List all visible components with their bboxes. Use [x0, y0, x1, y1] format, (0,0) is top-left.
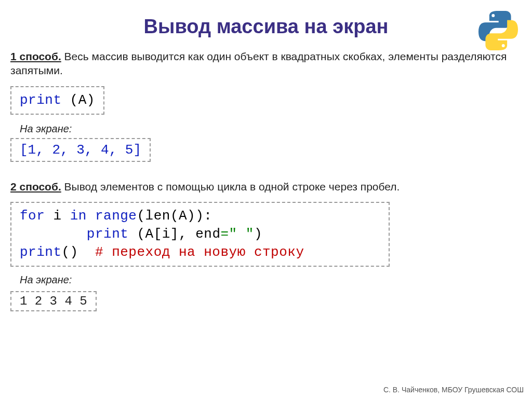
method2-text: Вывод элементов с помощью цикла в одной …: [61, 181, 400, 193]
method1-label: 1 способ.: [10, 50, 61, 62]
method2-label: 2 способ.: [10, 181, 61, 193]
method2-output: 1 2 3 4 5: [10, 291, 97, 311]
method1-text: Весь массив выводится как один объект в …: [10, 50, 507, 76]
slide-title: Вывод массива на экран: [73, 16, 459, 38]
method1-output: [1, 2, 3, 4, 5]: [10, 138, 151, 162]
method1-description: 1 способ. Весь массив выводится как один…: [10, 49, 522, 78]
method2-screen-label: На экране:: [20, 274, 522, 286]
method2-code: for i in range(len(A)): print (A[i], end…: [10, 202, 390, 267]
method2-description: 2 способ. Вывод элементов с помощью цикл…: [10, 180, 522, 194]
method1-screen-label: На экране:: [20, 123, 522, 135]
python-logo-icon: [477, 9, 520, 52]
slide-footer: С. В. Чайченков, МБОУ Грушевская СОШ: [383, 386, 524, 394]
method1-code: print (A): [10, 86, 104, 115]
